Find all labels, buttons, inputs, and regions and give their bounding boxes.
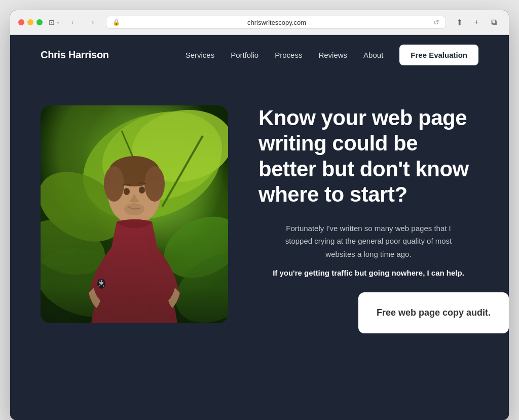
photo-overlay — [41, 105, 228, 323]
hero-text-content: Know your web page writing could be bett… — [258, 95, 478, 333]
nav-item-about[interactable]: About — [363, 51, 383, 60]
nav-link-services[interactable]: Services — [186, 51, 215, 59]
reload-icon[interactable]: ↺ — [433, 18, 439, 26]
nav-links: Services Portfolio Process Reviews About… — [186, 51, 478, 60]
nav-cta-item[interactable]: Free Evaluation — [399, 51, 478, 60]
nav-item-services[interactable]: Services — [186, 51, 215, 60]
back-button[interactable]: ‹ — [65, 15, 80, 29]
hero-section: Know your web page writing could be bett… — [10, 75, 509, 364]
nav-item-portfolio[interactable]: Portfolio — [231, 51, 258, 60]
browser-actions: ⬆ + ⧉ — [452, 15, 501, 29]
hero-cta-area: Free web page copy audit. — [258, 277, 478, 333]
nav-link-about[interactable]: About — [363, 51, 383, 59]
window-tab-icon: ⊡ ▾ — [49, 18, 59, 26]
tabs-button[interactable]: ⧉ — [487, 15, 501, 29]
forward-button[interactable]: › — [86, 15, 100, 29]
url-bar[interactable]: 🔒 chriswritescopy.com ↺ — [106, 16, 446, 29]
hero-bold-cta-text: If you're getting traffic but going nowh… — [258, 269, 478, 277]
minimize-dot[interactable] — [27, 19, 33, 25]
website-content: Chris Harrison Services Portfolio Proces… — [10, 35, 509, 420]
cta-card-text: Free web page copy audit. — [377, 307, 491, 319]
nav-link-process[interactable]: Process — [275, 51, 302, 59]
nav-item-reviews[interactable]: Reviews — [318, 51, 347, 60]
new-tab-button[interactable]: + — [469, 15, 484, 29]
hero-image — [41, 105, 228, 323]
fullscreen-dot[interactable] — [36, 19, 43, 25]
nav-link-portfolio[interactable]: Portfolio — [231, 51, 258, 59]
url-text: chriswritescopy.com — [124, 19, 429, 26]
cta-card[interactable]: Free web page copy audit. — [358, 292, 509, 333]
hero-photo — [41, 105, 228, 323]
hero-headline: Know your web page writing could be bett… — [258, 105, 478, 208]
nav-item-process[interactable]: Process — [275, 51, 302, 60]
browser-window: ⊡ ▾ ‹ › 🔒 chriswritescopy.com ↺ ⬆ + ⧉ Ch… — [10, 10, 509, 420]
browser-toolbar: ⊡ ▾ ‹ › 🔒 chriswritescopy.com ↺ ⬆ + ⧉ — [10, 10, 509, 35]
nav-cta-button[interactable]: Free Evaluation — [399, 45, 478, 65]
site-logo[interactable]: Chris Harrison — [41, 49, 109, 61]
navigation: Chris Harrison Services Portfolio Proces… — [10, 35, 509, 75]
lock-icon: 🔒 — [113, 19, 120, 26]
browser-traffic-lights — [18, 19, 43, 25]
hero-subtext: Fortunately I've written so many web pag… — [272, 222, 465, 261]
close-dot[interactable] — [18, 19, 24, 25]
nav-link-reviews[interactable]: Reviews — [318, 51, 347, 59]
share-button[interactable]: ⬆ — [452, 15, 466, 29]
